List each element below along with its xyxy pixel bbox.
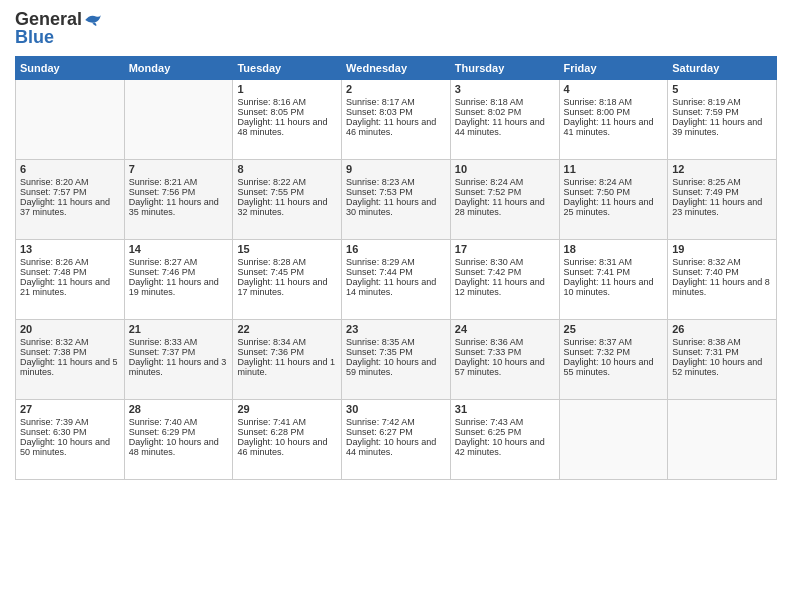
cell-content: Sunrise: 7:43 AM (455, 417, 555, 427)
calendar-cell: 30Sunrise: 7:42 AMSunset: 6:27 PMDayligh… (342, 399, 451, 479)
cell-content: Sunrise: 8:37 AM (564, 337, 664, 347)
cell-content: Daylight: 11 hours and 48 minutes. (237, 117, 337, 137)
cell-content: Sunrise: 8:18 AM (564, 97, 664, 107)
cell-content: Daylight: 11 hours and 14 minutes. (346, 277, 446, 297)
cell-content: Sunrise: 8:16 AM (237, 97, 337, 107)
day-number: 17 (455, 243, 555, 255)
calendar-cell: 31Sunrise: 7:43 AMSunset: 6:25 PMDayligh… (450, 399, 559, 479)
week-row: 13Sunrise: 8:26 AMSunset: 7:48 PMDayligh… (16, 239, 777, 319)
day-number: 15 (237, 243, 337, 255)
cell-content: Sunset: 7:46 PM (129, 267, 229, 277)
calendar-table: SundayMondayTuesdayWednesdayThursdayFrid… (15, 56, 777, 480)
calendar-cell: 17Sunrise: 8:30 AMSunset: 7:42 PMDayligh… (450, 239, 559, 319)
day-number: 7 (129, 163, 229, 175)
header-day: Sunday (16, 56, 125, 79)
cell-content: Sunrise: 8:34 AM (237, 337, 337, 347)
calendar-cell: 16Sunrise: 8:29 AMSunset: 7:44 PMDayligh… (342, 239, 451, 319)
cell-content: Sunset: 6:27 PM (346, 427, 446, 437)
cell-content: Sunset: 7:37 PM (129, 347, 229, 357)
cell-content: Sunrise: 8:23 AM (346, 177, 446, 187)
cell-content: Daylight: 10 hours and 59 minutes. (346, 357, 446, 377)
cell-content: Daylight: 11 hours and 32 minutes. (237, 197, 337, 217)
calendar-cell: 29Sunrise: 7:41 AMSunset: 6:28 PMDayligh… (233, 399, 342, 479)
calendar-cell: 24Sunrise: 8:36 AMSunset: 7:33 PMDayligh… (450, 319, 559, 399)
day-number: 29 (237, 403, 337, 415)
cell-content: Daylight: 11 hours and 12 minutes. (455, 277, 555, 297)
cell-content: Sunset: 7:42 PM (455, 267, 555, 277)
day-number: 30 (346, 403, 446, 415)
calendar-cell: 20Sunrise: 8:32 AMSunset: 7:38 PMDayligh… (16, 319, 125, 399)
calendar-cell: 4Sunrise: 8:18 AMSunset: 8:00 PMDaylight… (559, 79, 668, 159)
cell-content: Daylight: 10 hours and 50 minutes. (20, 437, 120, 457)
cell-content: Sunset: 6:25 PM (455, 427, 555, 437)
calendar-cell (124, 79, 233, 159)
cell-content: Daylight: 11 hours and 30 minutes. (346, 197, 446, 217)
day-number: 23 (346, 323, 446, 335)
cell-content: Sunset: 7:57 PM (20, 187, 120, 197)
cell-content: Sunrise: 8:27 AM (129, 257, 229, 267)
day-number: 31 (455, 403, 555, 415)
calendar-cell: 12Sunrise: 8:25 AMSunset: 7:49 PMDayligh… (668, 159, 777, 239)
cell-content: Sunrise: 8:25 AM (672, 177, 772, 187)
cell-content: Daylight: 11 hours and 5 minutes. (20, 357, 120, 377)
cell-content: Daylight: 11 hours and 17 minutes. (237, 277, 337, 297)
calendar-cell: 6Sunrise: 8:20 AMSunset: 7:57 PMDaylight… (16, 159, 125, 239)
page: General Blue Sunday (0, 0, 792, 612)
cell-content: Sunrise: 8:38 AM (672, 337, 772, 347)
header-day: Monday (124, 56, 233, 79)
day-number: 13 (20, 243, 120, 255)
day-number: 22 (237, 323, 337, 335)
header-day: Thursday (450, 56, 559, 79)
calendar-cell: 26Sunrise: 8:38 AMSunset: 7:31 PMDayligh… (668, 319, 777, 399)
cell-content: Sunset: 7:31 PM (672, 347, 772, 357)
calendar-cell: 14Sunrise: 8:27 AMSunset: 7:46 PMDayligh… (124, 239, 233, 319)
cell-content: Sunrise: 8:20 AM (20, 177, 120, 187)
calendar-cell: 11Sunrise: 8:24 AMSunset: 7:50 PMDayligh… (559, 159, 668, 239)
cell-content: Daylight: 10 hours and 42 minutes. (455, 437, 555, 457)
week-row: 20Sunrise: 8:32 AMSunset: 7:38 PMDayligh… (16, 319, 777, 399)
week-row: 6Sunrise: 8:20 AMSunset: 7:57 PMDaylight… (16, 159, 777, 239)
cell-content: Sunrise: 8:21 AM (129, 177, 229, 187)
calendar-cell: 18Sunrise: 8:31 AMSunset: 7:41 PMDayligh… (559, 239, 668, 319)
calendar-cell: 8Sunrise: 8:22 AMSunset: 7:55 PMDaylight… (233, 159, 342, 239)
cell-content: Sunset: 7:33 PM (455, 347, 555, 357)
day-number: 12 (672, 163, 772, 175)
cell-content: Sunset: 7:32 PM (564, 347, 664, 357)
cell-content: Daylight: 11 hours and 25 minutes. (564, 197, 664, 217)
cell-content: Sunset: 6:30 PM (20, 427, 120, 437)
day-number: 24 (455, 323, 555, 335)
cell-content: Sunrise: 8:17 AM (346, 97, 446, 107)
calendar-cell (668, 399, 777, 479)
cell-content: Sunset: 7:41 PM (564, 267, 664, 277)
cell-content: Daylight: 10 hours and 57 minutes. (455, 357, 555, 377)
cell-content: Sunset: 8:05 PM (237, 107, 337, 117)
day-number: 21 (129, 323, 229, 335)
day-number: 28 (129, 403, 229, 415)
header-day: Tuesday (233, 56, 342, 79)
cell-content: Sunrise: 8:18 AM (455, 97, 555, 107)
cell-content: Daylight: 10 hours and 44 minutes. (346, 437, 446, 457)
cell-content: Sunrise: 8:22 AM (237, 177, 337, 187)
day-number: 10 (455, 163, 555, 175)
cell-content: Daylight: 11 hours and 39 minutes. (672, 117, 772, 137)
header-day: Wednesday (342, 56, 451, 79)
cell-content: Sunset: 7:49 PM (672, 187, 772, 197)
calendar-cell: 21Sunrise: 8:33 AMSunset: 7:37 PMDayligh… (124, 319, 233, 399)
day-number: 18 (564, 243, 664, 255)
calendar-cell: 28Sunrise: 7:40 AMSunset: 6:29 PMDayligh… (124, 399, 233, 479)
cell-content: Daylight: 11 hours and 28 minutes. (455, 197, 555, 217)
cell-content: Daylight: 11 hours and 41 minutes. (564, 117, 664, 137)
cell-content: Sunset: 7:35 PM (346, 347, 446, 357)
header-row: SundayMondayTuesdayWednesdayThursdayFrid… (16, 56, 777, 79)
week-row: 27Sunrise: 7:39 AMSunset: 6:30 PMDayligh… (16, 399, 777, 479)
logo-text2: Blue (15, 28, 54, 48)
cell-content: Sunset: 8:03 PM (346, 107, 446, 117)
cell-content: Sunrise: 8:33 AM (129, 337, 229, 347)
logo-bird-icon (84, 11, 102, 29)
cell-content: Daylight: 11 hours and 1 minute. (237, 357, 337, 377)
calendar-cell: 7Sunrise: 8:21 AMSunset: 7:56 PMDaylight… (124, 159, 233, 239)
calendar-cell: 13Sunrise: 8:26 AMSunset: 7:48 PMDayligh… (16, 239, 125, 319)
cell-content: Sunrise: 8:29 AM (346, 257, 446, 267)
cell-content: Sunset: 6:28 PM (237, 427, 337, 437)
header: General Blue (15, 10, 777, 48)
